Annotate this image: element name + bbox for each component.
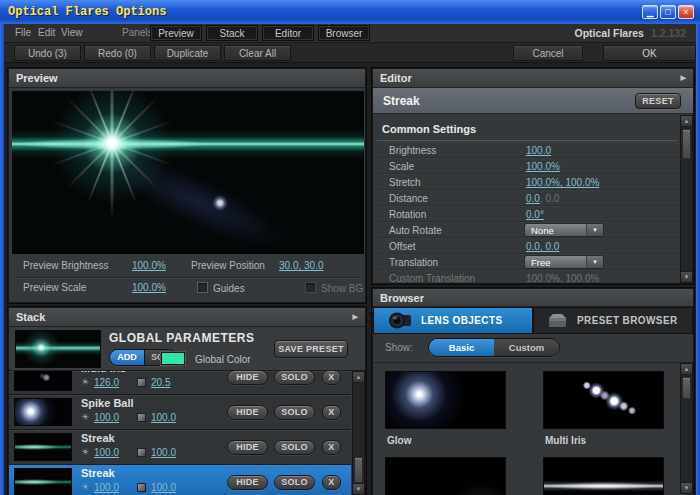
lens-object-glow[interactable] [385,371,506,429]
lens-object-item[interactable] [385,457,506,495]
layer-name: Streak [81,467,115,479]
add-mode-button[interactable]: ADD [110,350,144,365]
layer-scale-value[interactable]: 100.0 [151,412,176,423]
hide-button[interactable]: HIDE [227,405,268,420]
scroll-down-button[interactable]: ▼ [681,482,692,493]
preview-panel-header[interactable]: Preview [9,69,365,88]
chevron-right-icon[interactable]: ▶ [681,74,686,82]
stack-panel-header[interactable]: Stack ▶ [9,308,365,327]
solo-button[interactable]: SOLO [274,440,315,455]
preview-scale-value[interactable]: 100.0% [132,282,166,293]
layer-scale-value[interactable]: 20.5 [151,377,170,388]
tab-label: PRESET BROWSER [577,315,678,326]
stack-item-spike-ball[interactable]: Spike Ball ☀ 100.0 100.0 HIDE SOLO X [9,395,351,430]
brand-name: Optical Flares [575,27,644,39]
maximize-button[interactable]: □ [660,5,676,19]
delete-button[interactable]: X [322,371,341,385]
editor-panel-header[interactable]: Editor ▶ [373,69,693,88]
param-value-x[interactable]: 0.0 [526,193,540,204]
param-value[interactable]: 100.0 [526,145,551,156]
editor-scrollbar[interactable]: ▲ ▼ [680,115,693,283]
window-title: Optical Flares Options [8,5,640,19]
menu-file[interactable]: File [15,27,31,38]
menubar: File Edit View Panels: Preview Stack Edi… [4,24,696,43]
panel-toggle-browser[interactable]: Browser [318,25,370,41]
layer-brightness-value[interactable]: 100.0 [94,482,119,493]
duplicate-button[interactable]: Duplicate [154,45,221,61]
redo-button[interactable]: Redo (0) [84,45,151,61]
tab-lens-objects[interactable]: LENS OBJECTS [373,307,533,334]
show-label: Show: [385,342,413,353]
scroll-up-button[interactable]: ▲ [681,364,692,375]
panel-toggle-preview[interactable]: Preview [150,25,202,41]
scrollbar-thumb[interactable] [682,129,691,159]
close-button[interactable]: × [678,5,694,19]
param-value[interactable]: 100.0%, 100.0% [526,273,599,283]
show-bg-checkbox[interactable] [305,282,316,293]
divider [377,140,677,141]
layer-brightness-value[interactable]: 100.0 [94,412,119,423]
chevron-right-icon[interactable]: ▶ [353,313,358,321]
global-color-swatch[interactable] [161,352,185,365]
auto-rotate-dropdown[interactable]: None ▼ [524,223,604,237]
menu-view[interactable]: View [61,27,83,38]
scroll-up-button[interactable]: ▲ [353,372,364,383]
param-value-y[interactable]: , 0.0 [540,193,559,204]
scroll-up-button[interactable]: ▲ [681,116,692,127]
menu-edit[interactable]: Edit [38,27,55,38]
scroll-down-button[interactable]: ▼ [681,271,692,282]
translation-dropdown[interactable]: Free ▼ [524,255,604,269]
window-border-right [696,0,700,495]
lens-object-multi-iris[interactable] [543,371,664,429]
preview-position-value[interactable]: 30.0, 30.0 [279,260,323,271]
hide-button[interactable]: HIDE [227,475,268,490]
scrollbar-thumb[interactable] [354,457,363,483]
layer-scale-value[interactable]: 100.0 [151,447,176,458]
delete-button[interactable]: X [322,475,341,490]
reset-button[interactable]: RESET [635,93,681,109]
hide-button[interactable]: HIDE [227,371,268,385]
browser-scrollbar[interactable]: ▲ ▼ [680,363,693,494]
brand: Optical Flares1.2.132 [575,27,687,39]
stack-item-streak-1[interactable]: Streak ☀ 100.0 100.0 HIDE SOLO X [9,430,351,465]
scroll-down-button[interactable]: ▼ [353,483,364,494]
solo-button[interactable]: SOLO [274,405,315,420]
lens-object-item[interactable] [543,457,664,495]
hide-button[interactable]: HIDE [227,440,268,455]
brightness-icon: ☀ [81,377,89,387]
param-value[interactable]: 100.0%, 100.0% [526,177,599,188]
save-preset-button[interactable]: SAVE PRESET [274,340,348,358]
panel-toggle-editor[interactable]: Editor [262,25,314,41]
editor-body: Common Settings Brightness 100.0 Scale 1… [373,114,679,283]
delete-button[interactable]: X [322,440,341,455]
preview-brightness-value[interactable]: 100.0% [132,260,166,271]
stack-scrollbar[interactable]: ▲ ▼ [352,371,365,495]
preview-image[interactable] [12,91,364,254]
param-value[interactable]: 0.0, 0.0 [526,193,559,204]
filter-basic-button[interactable]: Basic [429,339,494,356]
panel-toggle-stack[interactable]: Stack [206,25,258,41]
layer-brightness-value[interactable]: 126.0 [94,377,119,388]
ok-button[interactable]: OK [603,45,696,61]
cancel-button[interactable]: Cancel [513,45,583,61]
param-value[interactable]: 0.0° [526,209,544,220]
brightness-icon: ☀ [81,412,89,422]
browser-panel-header[interactable]: Browser [373,289,693,307]
delete-button[interactable]: X [322,405,341,420]
guides-checkbox[interactable] [197,282,208,293]
minimize-button[interactable]: ▁ [642,5,658,19]
layer-scale-value[interactable]: 100.0 [151,482,176,493]
layer-brightness-value[interactable]: 100.0 [94,447,119,458]
titlebar[interactable]: Optical Flares Options ▁ □ × [0,0,700,24]
scrollbar-thumb[interactable] [682,377,691,399]
clear-all-button[interactable]: Clear All [224,45,291,61]
stack-item-streak-2[interactable]: Streak ☀ 100.0 100.0 HIDE SOLO X [9,465,351,495]
param-value[interactable]: 100.0% [526,161,560,172]
stack-item-multi-iris[interactable]: Multi Iris ☀ 126.0 20.5 HIDE SOLO X [9,371,351,395]
solo-button[interactable]: SOLO [274,475,315,490]
filter-custom-button[interactable]: Custom [494,339,559,356]
tab-preset-browser[interactable]: PRESET BROWSER [533,307,693,334]
undo-button[interactable]: Undo (3) [14,45,81,61]
solo-button[interactable]: SOLO [274,371,315,385]
param-value[interactable]: 0.0, 0.0 [526,241,559,252]
